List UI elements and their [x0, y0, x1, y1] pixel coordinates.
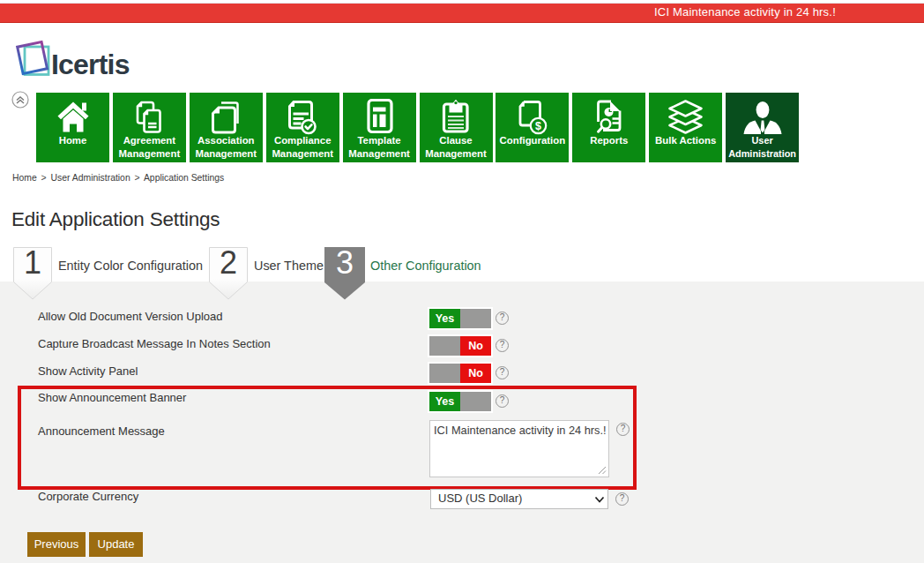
svg-text:$: $ [535, 120, 541, 132]
svg-text:Icertis: Icertis [51, 49, 130, 80]
